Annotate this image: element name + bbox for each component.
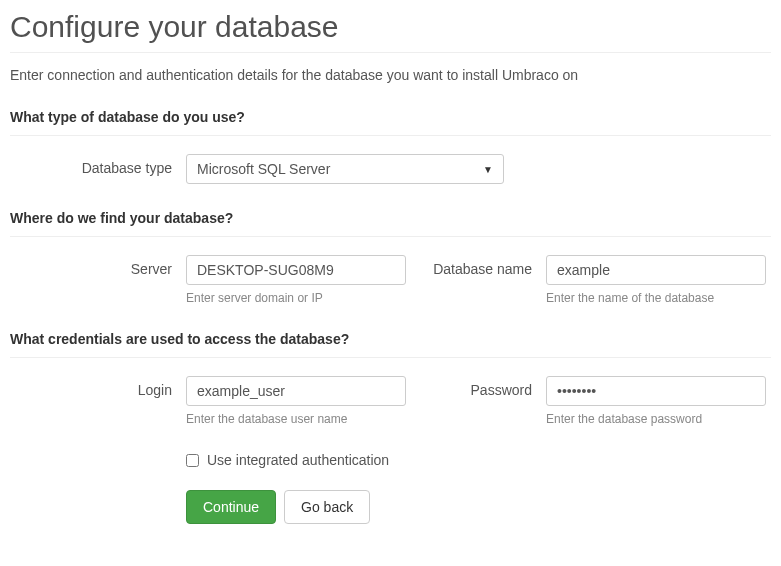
section-heading-credentials: What credentials are used to access the …: [10, 331, 771, 358]
label-login: Login: [10, 376, 186, 398]
page-lead: Enter connection and authentication deta…: [10, 67, 771, 83]
database-name-help-text: Enter the name of the database: [546, 291, 766, 305]
page-title: Configure your database: [10, 10, 771, 53]
integrated-auth-label[interactable]: Use integrated authentication: [207, 452, 389, 468]
password-input[interactable]: [546, 376, 766, 406]
continue-button[interactable]: Continue: [186, 490, 276, 524]
label-server: Server: [10, 255, 186, 277]
chevron-down-icon: ▼: [483, 164, 493, 175]
go-back-button[interactable]: Go back: [284, 490, 370, 524]
label-database-name: Database name: [406, 255, 546, 277]
label-password: Password: [406, 376, 546, 398]
server-help-text: Enter server domain or IP: [186, 291, 406, 305]
database-type-select[interactable]: Microsoft SQL Server ▼: [186, 154, 504, 184]
database-name-input[interactable]: [546, 255, 766, 285]
login-help-text: Enter the database user name: [186, 412, 406, 426]
login-input[interactable]: [186, 376, 406, 406]
password-help-text: Enter the database password: [546, 412, 766, 426]
section-heading-db-type: What type of database do you use?: [10, 109, 771, 136]
database-type-selected-value: Microsoft SQL Server: [197, 161, 330, 177]
server-input[interactable]: [186, 255, 406, 285]
integrated-auth-checkbox[interactable]: [186, 454, 199, 467]
section-heading-db-location: Where do we find your database?: [10, 210, 771, 237]
label-database-type: Database type: [10, 154, 186, 176]
